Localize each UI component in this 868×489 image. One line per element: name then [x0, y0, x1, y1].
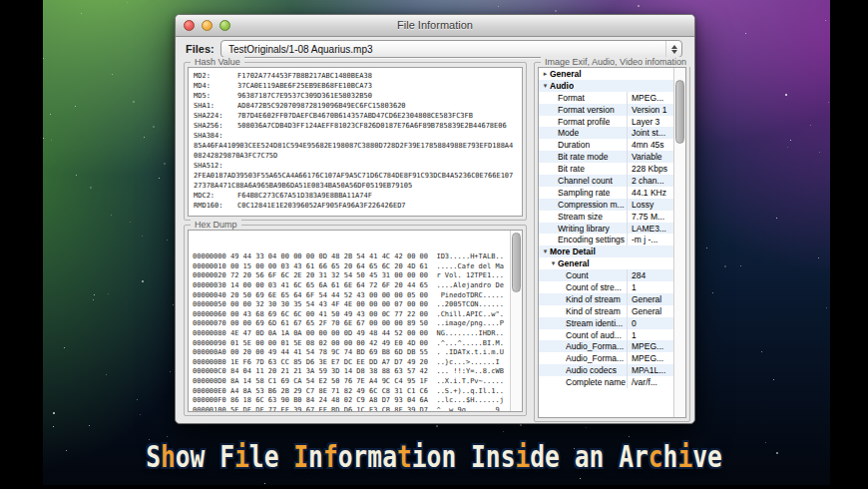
- property-name: Audio codecs: [566, 365, 617, 375]
- property-value: MPEG...: [627, 352, 674, 364]
- tree-property-row[interactable]: Audio codecsMPA1L...: [539, 364, 674, 376]
- files-row: Files: TestOriginals/1-08 Aquarius.mp3: [186, 40, 682, 58]
- property-value: -m j -...: [627, 234, 674, 245]
- property-name: Bit rate: [558, 164, 585, 174]
- property-name: Writing library: [558, 224, 610, 234]
- disclosure-triangle-icon[interactable]: ▾: [549, 259, 558, 267]
- property-name: General: [558, 258, 590, 268]
- property-name: Kind of stream: [566, 306, 621, 316]
- hash-label: MD2:: [194, 71, 237, 81]
- tree-property-row[interactable]: Writing libraryLAME3...: [539, 223, 674, 235]
- caption-text: Show File Information Inside an Archive: [78, 439, 789, 474]
- file-information-window: File Information Files: TestOriginals/1-…: [175, 14, 695, 424]
- property-name: Duration: [558, 140, 590, 150]
- property-name: Audio_Forma...: [566, 341, 624, 351]
- hash-entry-sha224: SHA224:7B7D4E602FF07DAEFCB4670B614357ABD…: [194, 111, 517, 121]
- media-info-section: Image Exif, Audio, Video infomation ▸Gen…: [534, 62, 690, 422]
- files-label: Files:: [186, 43, 220, 55]
- tree-group-row[interactable]: ▸General: [539, 68, 674, 80]
- close-button[interactable]: [184, 20, 195, 31]
- media-info-scroll-thumb[interactable]: [675, 80, 684, 144]
- property-value: MPEG...: [627, 340, 674, 352]
- hex-dump-line: 000000D0 8A 14 58 C1 69 CA 54 E2 50 76 7…: [193, 377, 518, 387]
- property-value: 7.75 M...: [627, 211, 674, 223]
- property-name: Format profile: [558, 117, 610, 127]
- property-name: Mode: [558, 128, 579, 138]
- hash-value: F64B8C273C67A51D383A9E8BBA11A74F: [237, 191, 507, 201]
- property-name: Complete name: [566, 377, 626, 387]
- hex-dump-line: 000000B0 1E F6 7D 63 CC 85 D6 3E E7 DC E…: [193, 358, 518, 368]
- property-name: Count of aud...: [566, 330, 622, 340]
- tree-property-row[interactable]: Audio_Forma...MPEG...: [539, 352, 674, 364]
- hash-label: SHA256:: [194, 121, 237, 131]
- hash-entry-sha1: SHA1:AD8472B5C920709872819096B49EC6FC158…: [194, 101, 517, 111]
- files-dropdown-value: TestOriginals/1-08 Aquarius.mp3: [221, 44, 665, 55]
- hash-value: AD8472B5C920709872819096B49EC6FC15803620: [237, 101, 507, 111]
- hash-value: 508036A7CDB4D3FF124AEFF81023CF826D0187E7…: [237, 121, 507, 131]
- tree-property-row[interactable]: Stream identi...0: [539, 317, 674, 329]
- tree-property-row[interactable]: Channel count2 chan...: [539, 175, 674, 187]
- hash-value-section: Hash Value MD2:F1702A774453F7B8B217ABC14…: [184, 62, 527, 221]
- hex-dump-line: 00000040 20 50 69 6E 65 64 6F 54 44 52 4…: [193, 291, 518, 301]
- property-value: 2 chan...: [627, 175, 674, 187]
- tree-property-row[interactable]: Compression m...Lossy: [539, 199, 674, 211]
- tree-group-row[interactable]: ▾Audio: [539, 80, 674, 92]
- tree-property-row[interactable]: Sampling rate44.1 KHz: [539, 187, 674, 199]
- property-name: Sampling rate: [558, 188, 610, 198]
- letterbox-right: [830, 0, 868, 489]
- tree-property-row[interactable]: Kind of streamGeneral: [539, 305, 674, 317]
- traffic-lights: [184, 20, 230, 31]
- media-info-scrollbar[interactable]: [673, 68, 685, 417]
- hex-dump-line: 00000080 4E 47 0D 0A 1A 0A 00 00 00 0D 4…: [193, 329, 518, 339]
- property-name: Stream identi...: [566, 318, 623, 328]
- hex-dump-scroll-thumb[interactable]: [512, 233, 521, 292]
- hex-dump-scrollbar[interactable]: [510, 231, 522, 411]
- tree-property-row[interactable]: Duration4mn 45s: [539, 139, 674, 151]
- hex-dump-line: 00000050 00 00 32 30 30 35 54 43 4F 4E 0…: [193, 300, 518, 310]
- hash-label: MD4:: [194, 81, 237, 91]
- tree-property-row[interactable]: Format versionVersion 1: [539, 104, 674, 116]
- hash-label: SHA384:: [194, 131, 517, 141]
- tree-group-row[interactable]: ▾General: [539, 257, 674, 269]
- minimize-button[interactable]: [202, 20, 213, 31]
- tree-property-row[interactable]: Count of stre...1: [539, 281, 674, 293]
- hash-value: F1702A774453F7B8B217ABC1480BEA38: [237, 71, 507, 81]
- tree-property-row[interactable]: Count284: [539, 269, 674, 281]
- tree-property-row[interactable]: Bit rate modeVariable: [539, 151, 674, 163]
- hash-entry-sha384: SHA384:85A46FA410903CEE524D81C594E95682E…: [194, 131, 517, 161]
- property-value: 228 Kbps: [627, 163, 674, 175]
- desktop: File Information Files: TestOriginals/1-…: [0, 0, 868, 489]
- media-info-tree: ▸General▾AudioFormatMPEG...Format versio…: [539, 68, 674, 417]
- tree-property-row[interactable]: Bit rate228 Kbps: [539, 163, 674, 175]
- disclosure-triangle-icon[interactable]: ▸: [541, 70, 550, 78]
- disclosure-triangle-icon[interactable]: ▾: [541, 247, 550, 255]
- tree-property-row[interactable]: Kind of streamGeneral: [539, 293, 674, 305]
- files-dropdown[interactable]: TestOriginals/1-08 Aquarius.mp3: [220, 40, 682, 58]
- property-value: 1: [627, 329, 674, 341]
- hash-value: 37CA0E119ABE6F25EB9EB68FE10BCA73: [237, 81, 507, 91]
- tree-property-row[interactable]: Count of aud...1: [539, 329, 674, 341]
- window-titlebar[interactable]: File Information: [176, 15, 694, 37]
- hex-dump-line: 000000F0 86 18 6C 63 90 B0 84 24 48 02 C…: [193, 396, 518, 406]
- dropdown-stepper-icon: [665, 41, 681, 57]
- tree-property-row[interactable]: Stream size7.75 M...: [539, 211, 674, 223]
- tree-property-row[interactable]: FormatMPEG...: [539, 92, 674, 104]
- hash-value-box: MD2:F1702A774453F7B8B217ABC1480BEA38MD4:…: [188, 67, 523, 217]
- property-name: More Detail: [550, 246, 596, 256]
- property-value: Joint st...: [627, 127, 674, 139]
- tree-property-row[interactable]: Complete name/var/f...: [539, 376, 674, 388]
- zoom-button[interactable]: [219, 20, 230, 31]
- hex-dump-line: 000000E0 A4 8A 53 B6 2B 29 C7 8E 71 82 4…: [193, 387, 518, 397]
- property-value: 4mn 45s: [627, 139, 674, 151]
- disclosure-triangle-icon[interactable]: ▾: [541, 82, 550, 90]
- letterbox-left: [0, 0, 43, 489]
- property-value: Version 1: [627, 104, 674, 116]
- tree-property-row[interactable]: Format profileLayer 3: [539, 116, 674, 128]
- hash-entry-md2: MD2:F1702A774453F7B8B217ABC1480BEA38: [194, 71, 517, 81]
- tree-property-row[interactable]: Encoding settings-m j -...: [539, 234, 674, 245]
- property-value: LAME3...: [627, 223, 674, 235]
- tree-property-row[interactable]: Audio_Forma...MPEG...: [539, 340, 674, 352]
- hex-dump-section: Hex Dump 00000000 49 44 33 04 00 00 00 0…: [184, 225, 527, 416]
- tree-property-row[interactable]: ModeJoint st...: [539, 127, 674, 139]
- tree-group-row[interactable]: ▾More Detail: [539, 245, 674, 257]
